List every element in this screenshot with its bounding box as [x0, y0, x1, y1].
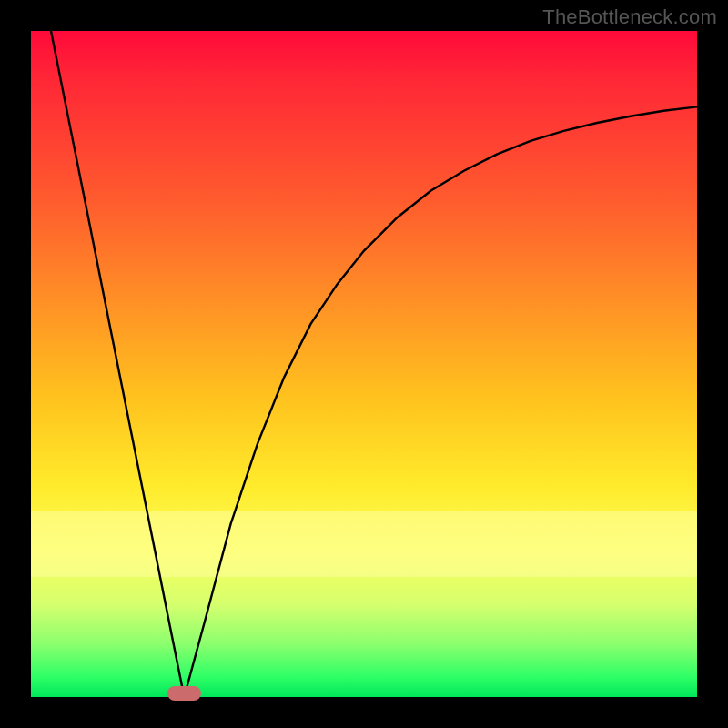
optimal-marker [167, 686, 201, 701]
plot-area [31, 31, 697, 697]
highlight-band [31, 511, 697, 577]
watermark-text: TheBottleneck.com [542, 5, 717, 29]
chart-frame: TheBottleneck.com [0, 0, 728, 728]
